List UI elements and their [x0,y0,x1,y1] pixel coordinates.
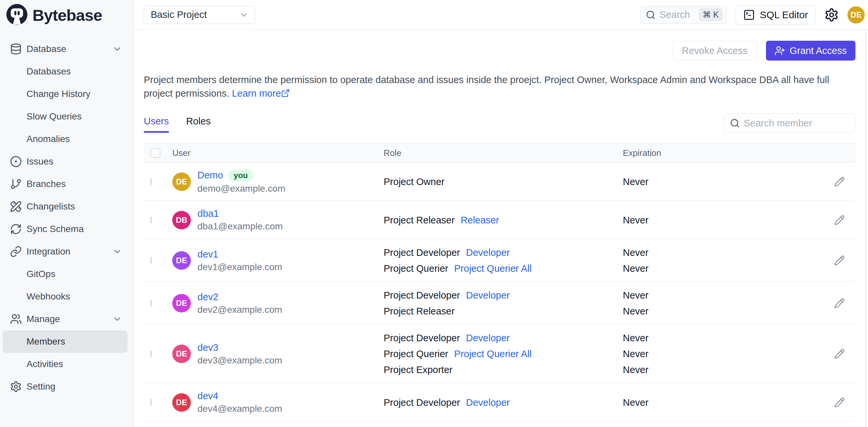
table-row: DEdev3dev3@example.comProject DeveloperD… [144,325,856,383]
table-body: DEDemoyoudemo@example.comProject OwnerNe… [144,163,856,422]
member-name-link[interactable]: dba1 [197,208,219,219]
sidebar-item-slow-queries[interactable]: Slow Queries [0,105,133,128]
grant-access-button[interactable]: Grant Access [766,41,856,61]
member-name-link[interactable]: dev2 [197,292,218,302]
sidebar-nav: DatabaseDatabasesChange HistorySlow Quer… [0,30,133,398]
column-header-role: Role [384,148,623,158]
role-link[interactable]: Project Querier All [454,346,532,362]
edit-member-icon[interactable] [834,349,845,359]
page-description: Project members determine the permission… [144,73,856,100]
tab-label: Users [144,116,169,127]
row-checkbox[interactable] [150,399,152,406]
sidebar-item-members[interactable]: Members [3,330,128,353]
member-search-input[interactable]: Search member [724,113,856,133]
git-branch-icon [10,178,22,190]
sidebar-item-label: Anomalies [27,134,70,144]
sidebar-item-label: Sync Schema [27,224,84,234]
sidebar-item-label: Activities [27,359,63,369]
chevron-down-icon [112,314,122,324]
sidebar-item-database[interactable]: Database [0,38,133,60]
bytebase-logo-icon [5,4,29,27]
scrollbar[interactable] [865,30,866,427]
member-search-placeholder: Search member [744,118,812,129]
chevron-down-icon [112,44,122,54]
members-table: User Role Expiration DEDemoyoudemo@examp… [144,143,856,422]
sidebar-item-integration[interactable]: Integration [0,240,133,263]
gear-icon [10,381,22,393]
role-name: Project Developer [384,395,460,410]
role-link[interactable]: Developer [466,395,510,410]
member-email: dev2@example.com [197,304,282,315]
row-checkbox[interactable] [150,257,152,264]
revoke-access-button[interactable]: Revoke Access [672,41,757,61]
tabs-row: UsersRoles Search member [144,113,856,133]
sidebar-item-label: Integration [27,246,70,257]
member-name-link[interactable]: Demo [197,170,223,181]
select-all-checkbox[interactable] [150,148,160,158]
edit-member-icon[interactable] [834,397,845,408]
brand-logo[interactable]: Bytebase [0,0,133,30]
members-page: Revoke Access Grant Access Project membe… [134,30,868,427]
tab-roles[interactable]: Roles [186,116,211,133]
role-link[interactable]: Developer [466,287,510,303]
tab-users[interactable]: Users [144,116,169,133]
sidebar-item-activities[interactable]: Activities [0,353,133,375]
member-email: dba1@example.com [197,221,283,232]
edit-member-icon[interactable] [834,176,845,187]
sidebar-item-label: Setting [27,381,55,392]
user-avatar[interactable]: DE [847,6,865,24]
global-search-input[interactable]: Search ⌘ K [640,6,727,24]
role-link[interactable]: Developer [466,330,510,346]
column-header-user: User [172,148,384,158]
column-header-expiration: Expiration [623,148,824,158]
sidebar-item-branches[interactable]: Branches [0,173,133,195]
table-row: DEDemoyoudemo@example.comProject OwnerNe… [144,163,856,201]
terminal-icon [743,9,755,21]
role-link[interactable]: Developer [466,244,510,261]
actions-row: Revoke Access Grant Access [144,41,856,61]
row-checkbox[interactable] [150,300,152,306]
role-name: Project Developer [384,287,460,303]
member-email: dev3@example.com [197,355,282,366]
project-selector[interactable]: Basic Project [144,6,255,24]
sidebar-item-issues[interactable]: Issues [0,150,133,173]
sidebar-item-anomalies[interactable]: Anomalies [0,128,133,150]
sidebar-item-manage[interactable]: Manage [0,308,133,330]
row-checkbox[interactable] [150,217,152,223]
sidebar-item-label: Changelists [27,201,75,212]
role-link[interactable]: Releaser [461,212,499,228]
brand-name: Bytebase [32,6,102,25]
sidebar-item-changelists[interactable]: Changelists [0,195,133,218]
settings-gear-icon[interactable] [824,8,839,22]
topbar-right: Search ⌘ K SQL Editor DE [640,5,865,25]
learn-more-link[interactable]: Learn more [232,88,290,99]
edit-member-icon[interactable] [834,215,845,225]
edit-member-icon[interactable] [834,255,845,266]
sidebar-item-gitops[interactable]: GitOps [0,263,133,285]
member-email: dev1@example.com [197,262,282,272]
member-name-link[interactable]: dev4 [197,391,218,401]
sql-editor-button[interactable]: SQL Editor [736,5,816,25]
sidebar-item-label: Members [27,336,65,347]
avatar: DE [172,393,191,412]
role-name: Project Releaser [384,303,455,319]
row-checkbox[interactable] [150,350,152,357]
sidebar-item-sync-schema[interactable]: Sync Schema [0,218,133,240]
row-checkbox[interactable] [150,178,152,185]
role-link[interactable]: Project Querier All [454,261,532,276]
member-name-link[interactable]: dev3 [197,342,218,353]
avatar: DE [172,294,191,313]
table-header: User Role Expiration [144,143,856,163]
sidebar-item-change-history[interactable]: Change History [0,83,133,105]
expiration-value: Never [623,362,824,378]
sidebar-item-webhooks[interactable]: Webhooks [0,285,133,308]
link-icon [10,245,22,258]
edit-member-icon[interactable] [834,298,845,308]
sidebar-item-setting[interactable]: Setting [0,375,133,398]
sql-editor-label: SQL Editor [760,9,808,21]
member-name-link[interactable]: dev1 [197,249,218,260]
sidebar-item-label: Branches [27,179,66,189]
sidebar-item-label: Database [27,44,66,54]
sidebar-item-label: Issues [27,156,53,167]
sidebar-item-databases[interactable]: Databases [0,60,133,83]
